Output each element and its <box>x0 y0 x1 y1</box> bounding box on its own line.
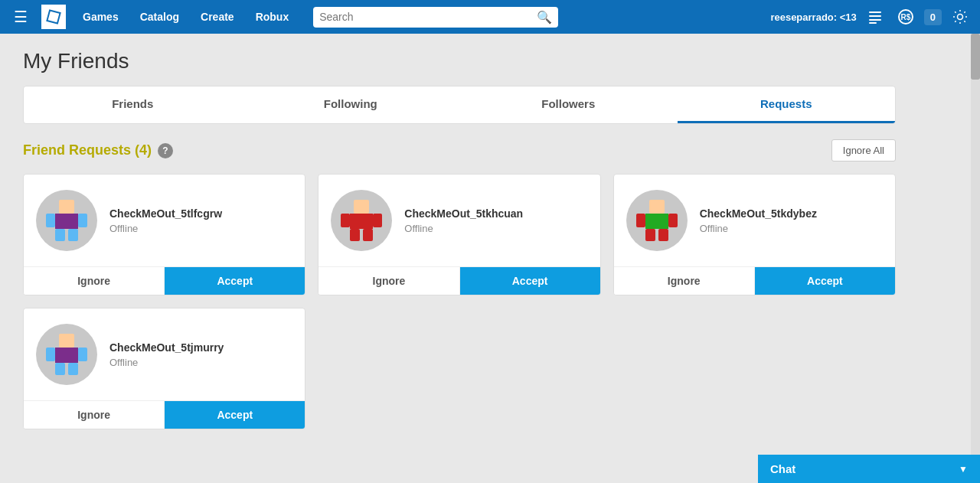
svg-rect-30 <box>78 348 87 361</box>
roblox-avatar-4 <box>40 328 93 381</box>
roblox-avatar-3 <box>630 194 684 247</box>
chat-bar[interactable]: Chat ▼ <box>758 455 980 483</box>
chat-chevron-icon: ▼ <box>959 464 968 475</box>
svg-rect-25 <box>645 229 655 241</box>
svg-rect-19 <box>350 229 360 241</box>
card-status-2: Offline <box>700 223 883 234</box>
svg-rect-23 <box>636 214 645 227</box>
avatar-1 <box>331 190 392 251</box>
svg-rect-11 <box>46 214 55 227</box>
nav-right-area: reeseparrado: <13 R$ 0 <box>770 5 972 29</box>
ignore-button-0[interactable]: Ignore <box>24 267 165 295</box>
page-title: My Friends <box>23 49 896 73</box>
nav-catalog[interactable]: Catalog <box>131 6 188 28</box>
svg-rect-10 <box>55 214 78 229</box>
svg-rect-32 <box>68 363 78 375</box>
ignore-all-button[interactable]: Ignore All <box>831 139 896 162</box>
card-info-2: CheckMeOut_5tkdybez Offline <box>700 207 883 234</box>
roblox-avatar-1 <box>40 194 93 247</box>
accept-button-2[interactable]: Accept <box>755 267 895 295</box>
search-icon: 🔍 <box>537 10 552 24</box>
card-username-3: CheckMeOut_5tjmurry <box>109 341 292 354</box>
username-display: reeseparrado: <13 <box>770 11 856 23</box>
card-status-0: Offline <box>109 223 292 234</box>
info-icon[interactable]: ? <box>158 143 173 158</box>
svg-rect-4 <box>869 19 881 21</box>
scrollbar-thumb[interactable] <box>971 34 980 80</box>
card-username-1: CheckMeOut_5tkhcuan <box>404 207 587 220</box>
tab-friends[interactable]: Friends <box>24 86 242 123</box>
card-actions-2: Ignore Accept <box>614 266 895 295</box>
svg-rect-18 <box>373 214 382 227</box>
avatar-3 <box>36 324 97 385</box>
robux-count: 0 <box>924 9 942 25</box>
friend-card-2: CheckMeOut_5tkdybez Offline Ignore Accep… <box>613 174 896 295</box>
avatar-2 <box>626 190 688 251</box>
svg-rect-12 <box>78 214 87 227</box>
card-status-1: Offline <box>404 223 587 234</box>
svg-rect-31 <box>55 363 65 375</box>
accept-button-0[interactable]: Accept <box>165 267 305 295</box>
svg-rect-15 <box>354 200 369 214</box>
svg-rect-21 <box>649 200 665 214</box>
chat-label: Chat <box>770 462 795 475</box>
svg-rect-17 <box>341 214 350 227</box>
card-body-2: CheckMeOut_5tkdybez Offline <box>614 175 895 266</box>
tab-following[interactable]: Following <box>242 86 460 123</box>
ignore-button-2[interactable]: Ignore <box>614 267 755 295</box>
search-bar: 🔍 <box>313 7 558 28</box>
hamburger-icon[interactable]: ☰ <box>8 5 34 29</box>
search-input[interactable] <box>319 11 537 23</box>
svg-rect-16 <box>350 214 373 229</box>
robux-icon[interactable]: R$ <box>893 5 918 29</box>
svg-point-8 <box>958 15 963 20</box>
card-actions-0: Ignore Accept <box>24 266 305 295</box>
feed-icon[interactable] <box>863 5 887 29</box>
section-title: Friend Requests (4) ? <box>23 142 173 158</box>
nav-create[interactable]: Create <box>191 6 243 28</box>
friend-card-3: CheckMeOut_5tjmurry Offline Ignore Accep… <box>23 308 305 429</box>
ignore-button-3[interactable]: Ignore <box>24 401 165 429</box>
tabs-container: Friends Following Followers Requests <box>23 86 896 124</box>
svg-rect-27 <box>59 334 74 348</box>
section-header: Friend Requests (4) ? Ignore All <box>23 139 896 162</box>
nav-robux[interactable]: Robux <box>247 6 299 28</box>
accept-button-1[interactable]: Accept <box>460 267 600 295</box>
scrollbar[interactable] <box>971 34 980 483</box>
svg-rect-29 <box>46 348 55 361</box>
friend-card-1: CheckMeOut_5tkhcuan Offline Ignore Accep… <box>318 174 600 295</box>
card-actions-1: Ignore Accept <box>318 266 599 295</box>
svg-text:R$: R$ <box>900 13 910 21</box>
svg-rect-3 <box>869 15 881 17</box>
svg-rect-2 <box>869 11 881 13</box>
card-body-1: CheckMeOut_5tkhcuan Offline <box>318 175 599 266</box>
tab-followers[interactable]: Followers <box>459 86 678 123</box>
nav-links: Games Catalog Create Robux <box>74 6 298 28</box>
friend-card-0: CheckMeOut_5tlfcgrw Offline Ignore Accep… <box>23 174 305 295</box>
svg-rect-22 <box>645 214 668 229</box>
svg-rect-9 <box>59 200 74 214</box>
svg-rect-5 <box>869 22 877 24</box>
card-body-0: CheckMeOut_5tlfcgrw Offline <box>24 175 305 266</box>
svg-rect-28 <box>55 348 78 363</box>
card-actions-3: Ignore Accept <box>24 400 305 429</box>
cards-grid: CheckMeOut_5tlfcgrw Offline Ignore Accep… <box>23 174 896 429</box>
card-info-1: CheckMeOut_5tkhcuan Offline <box>404 207 587 234</box>
nav-games[interactable]: Games <box>74 6 128 28</box>
tab-requests[interactable]: Requests <box>678 86 896 123</box>
svg-rect-20 <box>363 229 373 241</box>
card-body-3: CheckMeOut_5tjmurry Offline <box>24 308 305 400</box>
roblox-logo[interactable] <box>41 5 66 29</box>
card-info-3: CheckMeOut_5tjmurry Offline <box>109 341 292 368</box>
accept-button-3[interactable]: Accept <box>165 401 305 429</box>
svg-rect-14 <box>68 229 78 241</box>
card-username-2: CheckMeOut_5tkdybez <box>700 207 883 220</box>
navbar: ☰ Games Catalog Create Robux 🔍 reeseparr… <box>0 0 980 34</box>
svg-rect-13 <box>55 229 65 241</box>
ignore-button-1[interactable]: Ignore <box>318 267 459 295</box>
card-info-0: CheckMeOut_5tlfcgrw Offline <box>109 207 292 234</box>
avatar-0 <box>36 190 97 251</box>
settings-icon[interactable] <box>948 5 972 29</box>
main-content: My Friends Friends Following Followers R… <box>0 34 919 445</box>
card-username-0: CheckMeOut_5tlfcgrw <box>109 207 292 220</box>
